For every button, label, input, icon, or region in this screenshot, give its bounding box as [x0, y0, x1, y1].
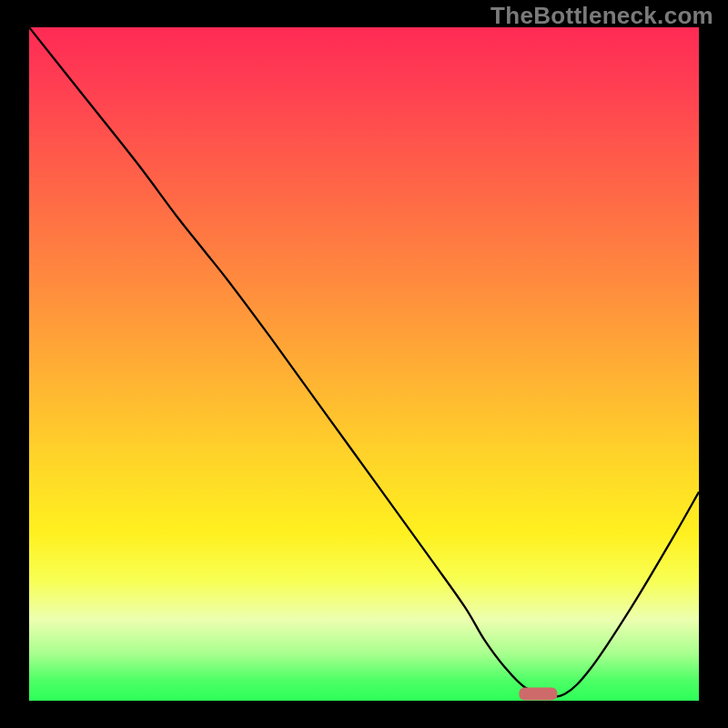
- watermark-label: TheBottleneck.com: [490, 2, 713, 30]
- chart-container: TheBottleneck.com: [0, 0, 728, 728]
- optimum-marker: [519, 688, 557, 701]
- plot-area: [29, 27, 699, 701]
- chart-overlay: [29, 27, 699, 701]
- bottleneck-curve: [29, 27, 699, 696]
